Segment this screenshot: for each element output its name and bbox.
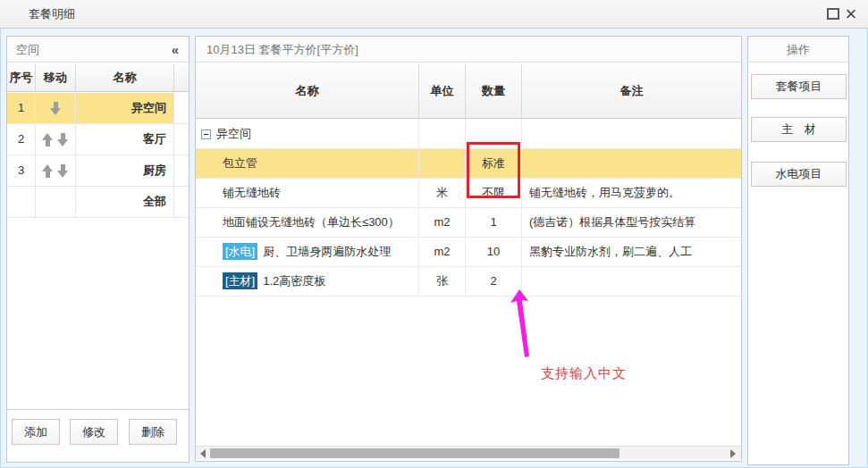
horizontal-scrollbar[interactable] <box>196 446 741 459</box>
items-table-header: 名称 单位 数量 备注 <box>196 63 741 119</box>
scroll-right-icon[interactable] <box>730 449 736 458</box>
add-button[interactable]: 添加 <box>12 419 60 445</box>
item-remark-cell: 黑豹专业防水剂，刷二遍、人工 <box>522 238 741 266</box>
item-row-selected[interactable]: 包立管 标准 <box>196 149 741 179</box>
space-row-name: 异空间 <box>76 93 174 123</box>
operation-panel: 操作 套餐项目 主 材 水电项目 <box>747 36 849 465</box>
item-name-cell: 包立管 <box>196 149 419 178</box>
space-table-header: 序号 移动 名称 <box>7 63 189 92</box>
collapse-group-icon[interactable] <box>201 130 211 139</box>
scrollbar-thumb[interactable] <box>210 448 619 458</box>
operation-panel-header: 操作 <box>748 37 848 63</box>
space-row-move <box>36 124 76 155</box>
item-unit-cell: m2 <box>419 238 466 266</box>
space-row-name: 全部 <box>76 187 174 217</box>
close-icon[interactable]: × <box>841 1 861 28</box>
item-unit-cell: 米 <box>419 179 466 207</box>
package-items-panel: 10月13日 套餐平方价[平方价] 名称 单位 数量 备注 异空间 包立管 标准 <box>195 36 742 462</box>
item-qty-cell[interactable]: 标准 <box>466 149 522 178</box>
space-panel-title: 空间 <box>16 43 39 56</box>
item-name-cell: 地面铺设无缝地砖（单边长≤300） <box>196 208 419 237</box>
package-panel-title: 10月13日 套餐平方价[平方价] <box>206 43 358 56</box>
col-header-qty: 数量 <box>466 63 522 118</box>
space-row-name: 厨房 <box>76 155 174 186</box>
move-up-icon[interactable] <box>42 164 54 178</box>
item-remark-cell: 铺无缝地砖，用马克菠萝的。 <box>522 179 741 207</box>
item-qty-cell[interactable]: 1 <box>466 208 522 237</box>
item-unit-cell: 张 <box>419 267 466 296</box>
items-table-body: 异空间 包立管 标准 铺无缝地砖 米 不限 铺无缝地砖，用马克菠萝的。 地面铺设… <box>196 120 741 297</box>
space-row[interactable]: 全部 <box>7 187 189 218</box>
space-table-body: 1 异空间 2 客厅 3 <box>7 93 189 218</box>
space-row-no: 1 <box>7 93 36 123</box>
move-up-icon[interactable] <box>42 133 54 146</box>
space-row-no <box>7 187 36 217</box>
move-down-icon[interactable] <box>57 133 69 146</box>
space-row-name: 客厅 <box>76 124 174 155</box>
item-unit-cell: m2 <box>419 208 466 237</box>
space-row-move <box>36 93 76 123</box>
delete-button[interactable]: 删除 <box>129 419 177 445</box>
group-row[interactable]: 异空间 <box>196 120 741 149</box>
item-row[interactable]: [水电]厨、卫墙身两遍防水处理 m2 10 黑豹专业防水剂，刷二遍、人工 <box>196 238 741 267</box>
item-qty-cell[interactable]: 2 <box>466 267 522 296</box>
plumbing-tag: [水电] <box>223 243 257 260</box>
scroll-left-icon[interactable] <box>200 449 206 458</box>
col-header-name: 名称 <box>76 63 174 91</box>
space-panel: 空间 « 序号 移动 名称 1 异空间 2 <box>6 36 190 463</box>
space-row-no: 2 <box>7 124 36 155</box>
collapse-panel-icon[interactable]: « <box>167 37 183 63</box>
col-header-remark: 备注 <box>522 63 741 118</box>
item-name-cell: 铺无缝地砖 <box>196 179 419 207</box>
annotation-arrow-icon <box>507 289 534 361</box>
item-name: 1.2高密度板 <box>263 274 325 288</box>
package-items-button[interactable]: 套餐项目 <box>751 74 847 99</box>
modify-button[interactable]: 修改 <box>70 419 118 445</box>
package-detail-window: 套餐明细 × 空间 « 序号 移动 名称 1 异空间 2 <box>0 0 868 468</box>
space-row[interactable]: 2 客厅 <box>7 124 189 155</box>
space-panel-footer: 添加 修改 删除 <box>7 409 189 462</box>
package-panel-header: 10月13日 套餐平方价[平方价] <box>196 37 741 63</box>
item-remark-cell <box>522 267 741 296</box>
item-qty-cell[interactable]: 不限 <box>466 179 522 207</box>
item-row[interactable]: 地面铺设无缝地砖（单边长≤300） m2 1 (德吉诺）根据具体型号按实结算 <box>196 208 741 238</box>
item-row[interactable]: 铺无缝地砖 米 不限 铺无缝地砖，用马克菠萝的。 <box>196 179 741 208</box>
title-bar: 套餐明细 × <box>0 0 868 29</box>
item-qty-cell[interactable]: 10 <box>466 238 522 266</box>
item-name: 厨、卫墙身两遍防水处理 <box>263 245 391 258</box>
plumbing-items-button[interactable]: 水电项目 <box>751 162 847 187</box>
col-header-unit: 单位 <box>419 63 466 118</box>
col-header-name: 名称 <box>196 63 419 118</box>
item-row[interactable]: [主材]1.2高密度板 张 2 <box>196 267 741 297</box>
col-header-no: 序号 <box>7 63 36 91</box>
main-material-button[interactable]: 主 材 <box>751 117 847 142</box>
window-title: 套餐明细 <box>29 0 75 29</box>
space-row-selected[interactable]: 1 异空间 <box>7 93 189 124</box>
col-header-filler <box>174 63 189 91</box>
col-header-move: 移动 <box>36 63 76 91</box>
material-tag: [主材] <box>223 272 257 289</box>
space-row-no: 3 <box>7 155 36 186</box>
annotation-text: 支持输入中文 <box>541 365 684 382</box>
move-down-icon[interactable] <box>57 164 69 178</box>
space-row[interactable]: 3 厨房 <box>7 155 189 187</box>
item-remark-cell: (德吉诺）根据具体型号按实结算 <box>522 208 741 237</box>
move-down-icon[interactable] <box>50 102 62 115</box>
maximize-icon[interactable] <box>827 8 839 20</box>
group-name: 异空间 <box>216 120 251 148</box>
item-name-cell: [主材]1.2高密度板 <box>196 267 419 296</box>
item-remark-cell <box>522 149 741 178</box>
space-row-move <box>36 187 76 217</box>
item-unit-cell <box>419 149 466 178</box>
item-name-cell: [水电]厨、卫墙身两遍防水处理 <box>196 238 419 266</box>
space-panel-header: 空间 « <box>7 37 189 63</box>
space-row-move <box>36 155 76 186</box>
group-name-cell: 异空间 <box>196 120 419 148</box>
